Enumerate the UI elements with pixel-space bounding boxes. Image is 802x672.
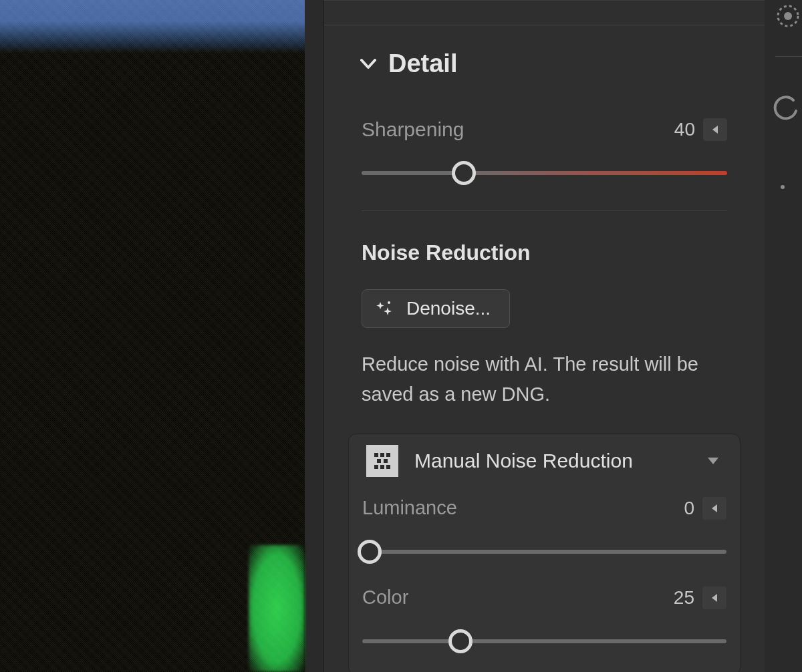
color-nr-value[interactable]: 25 bbox=[674, 587, 694, 609]
undo-tool-icon[interactable] bbox=[773, 94, 800, 120]
triangle-left-icon bbox=[710, 503, 718, 514]
svg-rect-4 bbox=[386, 453, 390, 457]
sharpening-value[interactable]: 40 bbox=[674, 119, 695, 140]
chevron-down-icon bbox=[360, 59, 376, 69]
color-nr-track bbox=[362, 639, 726, 643]
svg-rect-7 bbox=[374, 465, 378, 469]
manual-noise-reduction-card: Manual Noise Reduction Luminance 0 bbox=[348, 434, 741, 672]
svg-point-0 bbox=[388, 301, 390, 304]
denoise-button[interactable]: Denoise... bbox=[362, 289, 510, 328]
noise-reduction-header: Noise Reduction bbox=[324, 211, 765, 265]
noise-grid-icon bbox=[366, 445, 398, 477]
detail-section-header[interactable]: Detail bbox=[324, 25, 765, 78]
right-toolbar bbox=[765, 0, 802, 672]
color-nr-slider[interactable] bbox=[362, 629, 726, 653]
toolbar-separator bbox=[775, 56, 802, 57]
masking-tool-icon[interactable] bbox=[773, 3, 800, 29]
denoise-button-label: Denoise... bbox=[406, 298, 491, 319]
detail-section-title: Detail bbox=[388, 49, 457, 78]
denoise-description: Reduce noise with AI. The result will be… bbox=[324, 328, 765, 409]
svg-rect-6 bbox=[384, 459, 388, 463]
triangle-down-icon bbox=[706, 456, 720, 466]
sharpening-slider[interactable] bbox=[362, 161, 727, 185]
image-preview[interactable] bbox=[0, 0, 305, 672]
triangle-left-icon bbox=[710, 593, 718, 603]
manual-noise-reduction-header[interactable]: Manual Noise Reduction bbox=[362, 434, 726, 485]
color-nr-control: Color 25 bbox=[362, 564, 726, 653]
svg-rect-8 bbox=[380, 465, 384, 469]
luminance-control: Luminance 0 bbox=[362, 485, 726, 564]
svg-rect-3 bbox=[380, 453, 384, 457]
color-nr-label: Color bbox=[362, 586, 408, 609]
luminance-label: Luminance bbox=[362, 497, 457, 519]
luminance-disclosure-button[interactable] bbox=[702, 497, 726, 520]
manual-noise-reduction-title: Manual Noise Reduction bbox=[414, 450, 704, 472]
luminance-slider[interactable] bbox=[362, 540, 726, 564]
color-nr-thumb[interactable] bbox=[448, 629, 473, 653]
luminance-track bbox=[362, 550, 726, 554]
sparkle-icon bbox=[374, 299, 394, 318]
svg-rect-2 bbox=[374, 453, 378, 457]
svg-point-12 bbox=[781, 185, 785, 189]
triangle-left-icon bbox=[711, 124, 719, 135]
panel-gutter bbox=[305, 0, 323, 672]
sharpening-thumb[interactable] bbox=[452, 161, 476, 185]
luminance-value[interactable]: 0 bbox=[684, 498, 694, 519]
sharpening-disclosure-button[interactable] bbox=[703, 118, 727, 141]
sharpening-track bbox=[362, 171, 727, 175]
preview-noise-overlay bbox=[0, 0, 305, 672]
color-nr-disclosure-button[interactable] bbox=[702, 586, 726, 609]
manual-expand-button[interactable] bbox=[704, 452, 722, 470]
sharpening-control: Sharpening 40 bbox=[324, 118, 765, 185]
svg-rect-5 bbox=[377, 459, 381, 463]
luminance-thumb[interactable] bbox=[358, 540, 382, 564]
svg-point-11 bbox=[784, 12, 792, 20]
more-tool-icon[interactable] bbox=[773, 174, 800, 200]
detail-panel: Detail Sharpening 40 Noise Reduction bbox=[323, 0, 765, 672]
sharpening-label: Sharpening bbox=[362, 118, 464, 141]
svg-rect-9 bbox=[386, 465, 390, 469]
